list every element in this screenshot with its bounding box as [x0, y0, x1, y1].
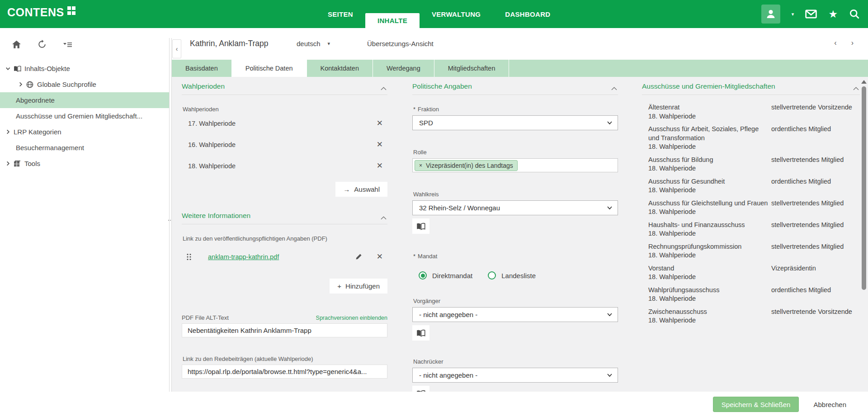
sidebar-item-inhalts-objekte[interactable]: Inhalts-Objekte — [0, 61, 169, 76]
rolle-tag-field[interactable]: × Vizepräsident(in) des Landtags — [412, 158, 618, 172]
auswahl-button[interactable]: → Auswahl — [335, 182, 387, 197]
sidebar-item-globale-suchprofile[interactable]: Globale Suchprofile — [0, 76, 169, 92]
user-avatar-button[interactable] — [761, 5, 780, 24]
translation-view-link[interactable]: Übersetzungs-Ansicht — [367, 40, 434, 47]
favorites-star-icon[interactable]: ★ — [828, 9, 838, 19]
wahlkreis-browse-button[interactable] — [412, 218, 429, 234]
hinzufuegen-button[interactable]: + Hinzufügen — [330, 279, 387, 294]
committee-name: Ausschuss für Bildung — [648, 156, 771, 165]
committee-period: 18. Wahlperiode — [648, 316, 771, 325]
section-title: Ausschüsse und Gremien-Mitgliedschaften — [642, 82, 775, 90]
committee-name: Ausschuss für Arbeit, Soziales, Pflege u… — [648, 125, 771, 142]
sidebar-item-label: Globale Suchprofile — [37, 81, 96, 88]
tab-politische-daten[interactable]: Politische Daten — [232, 60, 307, 77]
collapse-section-icon[interactable] — [853, 87, 860, 90]
vorgaenger-select[interactable]: - nicht angegeben - — [412, 307, 618, 322]
nav-verwaltung[interactable]: VERWALTUNG — [420, 0, 493, 28]
radio-label: Direktmandat — [432, 272, 472, 280]
vorgaenger-browse-button[interactable] — [412, 325, 429, 341]
chevron-down-icon — [607, 121, 612, 124]
rolle-tag-label: Vizepräsident(in) des Landtags — [426, 162, 513, 169]
membership-row: Rechnungsprüfungskommission18. Wahlperio… — [648, 242, 860, 260]
radio-landesliste[interactable]: Landesliste — [488, 271, 536, 280]
scrollbar-up-arrow[interactable] — [861, 80, 867, 84]
collapse-section-icon[interactable] — [381, 216, 387, 220]
sidebar-item-ausschuesse[interactable]: Ausschüsse und Gremien Mitgliedschaft... — [0, 108, 169, 124]
chevron-down-icon[interactable] — [5, 66, 14, 71]
user-menu-caret-icon[interactable]: ▾ — [792, 11, 794, 17]
wahlkreis-select[interactable]: 32 Rhein-Selz / Wonnegau — [412, 200, 618, 215]
drag-handle-icon[interactable] — [186, 253, 192, 261]
scrollbar-thumb[interactable] — [862, 86, 866, 290]
committee-period: 18. Wahlperiode — [648, 112, 771, 121]
radio-selected-icon — [419, 271, 427, 280]
home-icon[interactable] — [12, 40, 21, 49]
edit-pencil-icon[interactable] — [355, 253, 362, 260]
tab-kontaktdaten[interactable]: Kontaktdaten — [307, 60, 373, 77]
next-record-icon[interactable]: › — [851, 39, 854, 47]
language-dropdown[interactable]: deutsch ▾ — [297, 40, 330, 47]
remove-icon[interactable]: ✕ — [377, 119, 383, 127]
alt-text-input[interactable] — [182, 323, 387, 337]
wahlperiode-label: 16. Wahlperiode — [188, 141, 236, 148]
open-book-icon — [416, 329, 425, 337]
collapse-sidebar-button[interactable]: ‹ — [172, 39, 181, 58]
chevron-right-icon[interactable] — [5, 161, 14, 166]
tab-basisdaten[interactable]: Basisdaten — [172, 60, 232, 77]
save-close-button[interactable]: Speichern & Schließen — [713, 397, 799, 412]
column-ausschuesse: Ausschüsse und Gremien-Mitgliedschaften … — [642, 77, 860, 329]
pdf-file-link[interactable]: anklam-trapp-kathrin.pdf — [208, 253, 279, 261]
sidebar-tree: Inhalts-Objekte Globale Suchprofile Abge… — [0, 61, 169, 171]
cancel-button[interactable]: Abbrechen — [811, 400, 849, 409]
nav-seiten[interactable]: SEITEN — [316, 0, 365, 28]
membership-row: Ausschuss für Arbeit, Soziales, Pflege u… — [648, 125, 860, 152]
membership-row: Zwischenausschuss18. Wahlperiode stellve… — [648, 308, 860, 325]
fraktion-select[interactable]: SPD — [412, 115, 618, 130]
tab-mitgliedschaften[interactable]: Mitgliedschaften — [434, 60, 509, 77]
top-bar: CONTENS SEITEN INHALTE VERWALTUNG DASHBO… — [0, 0, 868, 28]
previous-record-icon[interactable]: ‹ — [834, 39, 836, 47]
required-marker: * — [413, 253, 415, 260]
mail-icon[interactable] — [805, 9, 817, 19]
speeches-link-input[interactable] — [182, 365, 387, 379]
sidebar-item-besuchermanagement[interactable]: Besuchermanagement — [0, 140, 169, 156]
committee-period: 18. Wahlperiode — [648, 186, 771, 195]
main-navigation: SEITEN INHALTE VERWALTUNG DASHBOARD — [316, 0, 562, 28]
chevron-right-icon[interactable] — [5, 129, 14, 134]
sidebar-item-abgeordnete[interactable]: Abgeordnete — [0, 92, 169, 108]
wahlperioden-field-label: Wahlperioden — [183, 106, 387, 113]
collapse-section-icon[interactable] — [381, 87, 387, 90]
collapse-section-icon[interactable] — [611, 87, 618, 90]
language-versions-link[interactable]: Sprachversionen einblenden — [316, 315, 387, 321]
remove-file-icon[interactable]: ✕ — [377, 253, 383, 261]
committee-period: 18. Wahlperiode — [648, 142, 771, 152]
nav-dashboard[interactable]: DASHBOARD — [493, 0, 562, 28]
radio-direktmandat[interactable]: Direktmandat — [419, 271, 472, 280]
remove-tag-icon[interactable]: × — [419, 162, 422, 169]
record-title: Kathrin, Anklam-Trapp — [190, 39, 268, 48]
nachruecker-select[interactable]: - nicht angegeben - — [412, 368, 618, 383]
radio-unselected-icon — [488, 271, 496, 280]
nav-inhalte[interactable]: INHALTE — [365, 13, 420, 28]
language-value: deutsch — [297, 40, 321, 47]
filter-list-icon[interactable] — [63, 41, 73, 48]
tab-werdegang[interactable]: Werdegang — [373, 60, 434, 77]
vorgaenger-value: - nicht angegeben - — [419, 311, 477, 318]
search-icon[interactable] — [849, 9, 860, 19]
committee-name: Haushalts- und Finanzausschuss — [648, 221, 771, 230]
sidebar-toolbar — [12, 40, 73, 49]
sidebar-item-tools[interactable]: Tools — [0, 156, 169, 171]
membership-role: ordentliches Mitglied — [771, 125, 860, 152]
nachruecker-browse-button[interactable] — [412, 386, 429, 392]
book-icon — [14, 66, 24, 72]
contens-cms-window: CONTENS SEITEN INHALTE VERWALTUNG DASHBO… — [0, 0, 868, 417]
refresh-icon[interactable] — [38, 40, 47, 49]
pdf-file-row: anklam-trapp-kathrin.pdf ✕ — [182, 253, 387, 261]
committee-name: Vorstand — [648, 264, 771, 273]
topbar-icons: ▾ ★ — [761, 0, 860, 28]
sidebar-item-lrp-kategorien[interactable]: LRP Kategorien — [0, 124, 169, 140]
remove-icon[interactable]: ✕ — [377, 141, 383, 148]
remove-icon[interactable]: ✕ — [377, 162, 383, 170]
chevron-right-icon[interactable] — [18, 82, 26, 87]
sidebar-item-label: Tools — [24, 160, 40, 167]
